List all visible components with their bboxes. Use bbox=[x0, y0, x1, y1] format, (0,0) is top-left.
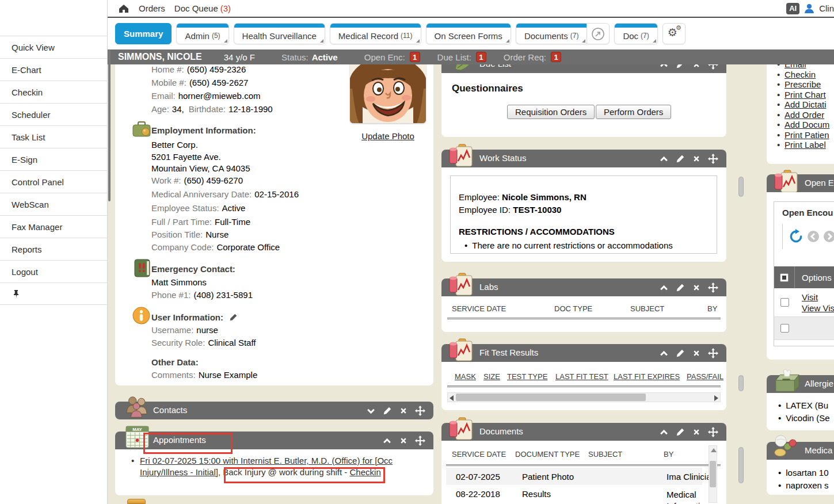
sidebar-item-e-chart[interactable]: E-Chart bbox=[0, 58, 107, 81]
fit-col-mask[interactable]: MASK bbox=[455, 372, 476, 381]
sidebar-item-scheduler[interactable]: Scheduler bbox=[0, 103, 107, 125]
collapse-chevron-up-icon[interactable] bbox=[659, 427, 669, 437]
move-panel-icon[interactable] bbox=[708, 282, 718, 293]
tab-on-screen-forms[interactable]: On Screen Forms bbox=[426, 23, 511, 44]
view-visit-link[interactable]: View Vis bbox=[802, 303, 834, 313]
open-enc-badge[interactable]: 1 bbox=[410, 52, 420, 62]
sidebar-item-checkin[interactable]: Checkin bbox=[0, 81, 107, 103]
current-user-name[interactable]: Clin bbox=[819, 3, 834, 13]
main-scrollbar-thumb[interactable] bbox=[108, 49, 111, 201]
close-panel-icon[interactable] bbox=[692, 64, 701, 69]
close-panel-icon[interactable] bbox=[399, 406, 408, 415]
requisition-orders-button[interactable]: Requisition Orders bbox=[507, 105, 595, 119]
update-photo-link[interactable]: Update Photo bbox=[345, 131, 431, 141]
allergy-item[interactable]: Vicodin (Se bbox=[778, 413, 830, 423]
edit-pencil-icon[interactable] bbox=[229, 313, 238, 322]
sidebar-item-quick-view[interactable]: Quick View bbox=[0, 36, 107, 58]
row-checkbox[interactable] bbox=[780, 324, 789, 333]
quick-link-print-label[interactable]: Print Label bbox=[785, 140, 826, 150]
scroll-right-arrow-icon[interactable] bbox=[714, 395, 718, 401]
fit-col-test-type[interactable]: TEST TYPE bbox=[507, 372, 547, 381]
tab-medical-record[interactable]: Medical Record(11) bbox=[330, 23, 421, 44]
scrollbar-thumb[interactable] bbox=[710, 461, 716, 487]
edit-panel-icon[interactable] bbox=[676, 427, 685, 437]
sidebar-item-reports[interactable]: Reports bbox=[0, 238, 107, 260]
quick-link-add-document[interactable]: Add Docum bbox=[785, 120, 829, 129]
collapse-chevron-up-icon[interactable] bbox=[659, 349, 669, 358]
fit-col-size[interactable]: SIZE bbox=[483, 372, 500, 381]
collapse-chevron-up-icon[interactable] bbox=[382, 436, 392, 446]
edit-panel-icon[interactable] bbox=[676, 64, 685, 69]
order-req-badge[interactable]: 1 bbox=[551, 52, 561, 62]
quick-link-checkin[interactable]: Checkin bbox=[785, 70, 816, 79]
breadcrumb-doc-queue[interactable]: Doc Queue(3) bbox=[174, 3, 231, 13]
scrollbar-thumb[interactable] bbox=[456, 394, 646, 401]
sidebar-item-fax-manager[interactable]: Fax Manager bbox=[0, 215, 107, 238]
sidebar-item-logout[interactable]: Logout bbox=[0, 260, 107, 282]
close-panel-icon[interactable] bbox=[692, 427, 701, 437]
next-page-icon[interactable] bbox=[823, 230, 834, 243]
scroll-up-arrow-icon[interactable] bbox=[711, 448, 717, 452]
prev-page-icon[interactable] bbox=[807, 230, 820, 243]
close-panel-icon[interactable] bbox=[692, 154, 701, 163]
quick-link-add-order[interactable]: Add Order bbox=[785, 110, 824, 120]
scroll-left-arrow-icon[interactable] bbox=[450, 395, 454, 401]
sidebar-item-webscan[interactable]: WebScan bbox=[0, 193, 107, 215]
edit-panel-icon[interactable] bbox=[676, 154, 685, 163]
quick-link-add-dictation[interactable]: Add Dictati bbox=[785, 100, 827, 109]
appointment-checkin-link[interactable]: Checkin bbox=[350, 467, 381, 477]
tab-documents-label: Documents bbox=[524, 31, 568, 41]
tab-admin[interactable]: Admin(5) bbox=[176, 23, 229, 44]
medication-item[interactable]: naproxen s bbox=[778, 480, 828, 490]
quick-link-print-chart[interactable]: Print Chart bbox=[785, 90, 826, 100]
home-icon[interactable] bbox=[118, 3, 130, 14]
popout-button[interactable] bbox=[587, 23, 610, 44]
move-panel-icon[interactable] bbox=[415, 436, 425, 446]
collapse-chevron-up-icon[interactable] bbox=[659, 154, 669, 164]
tab-settings-button[interactable] bbox=[662, 23, 686, 44]
ai-badge[interactable]: AI bbox=[786, 3, 799, 14]
move-panel-icon[interactable] bbox=[708, 427, 718, 437]
fit-col-last-fit-test[interactable]: LAST FIT TEST bbox=[555, 372, 608, 381]
collapse-chevron-up-icon[interactable] bbox=[659, 283, 669, 293]
close-panel-icon[interactable] bbox=[399, 436, 408, 445]
tab-health-surveillance[interactable]: Health Surveillance bbox=[234, 23, 325, 44]
move-panel-icon[interactable] bbox=[708, 348, 718, 358]
quick-link-prescribe[interactable]: Prescribe bbox=[785, 79, 821, 89]
expand-chevron-down-icon[interactable] bbox=[366, 406, 376, 416]
quick-link-email[interactable]: Email bbox=[785, 64, 806, 69]
sidebar-pin-toggle[interactable] bbox=[0, 282, 107, 305]
fit-test-horizontal-scrollbar[interactable] bbox=[447, 392, 721, 402]
visit-link[interactable]: Visit bbox=[802, 292, 818, 302]
quick-link-print-patient[interactable]: Print Patien bbox=[785, 130, 829, 140]
tab-doc[interactable]: Doc(7) bbox=[614, 23, 657, 44]
medication-item[interactable]: losartan 10 bbox=[778, 468, 828, 478]
close-panel-icon[interactable] bbox=[692, 349, 701, 358]
move-panel-icon[interactable] bbox=[415, 406, 425, 416]
allergy-item[interactable]: LATEX (Bu bbox=[778, 400, 828, 410]
sidebar-item-task-list[interactable]: Task List bbox=[0, 125, 107, 148]
perform-orders-button[interactable]: Perform Orders bbox=[596, 105, 671, 119]
collapse-chevron-up-icon[interactable] bbox=[659, 64, 669, 70]
tab-documents[interactable]: Documents(7) bbox=[516, 23, 587, 44]
move-panel-icon[interactable] bbox=[708, 154, 718, 164]
move-panel-icon[interactable] bbox=[708, 64, 718, 70]
row-checkbox[interactable] bbox=[780, 298, 789, 307]
due-list-badge[interactable]: 1 bbox=[476, 52, 486, 62]
tab-summary[interactable]: Summary bbox=[115, 23, 172, 44]
panel-scroll-capsule[interactable] bbox=[738, 177, 744, 197]
sidebar-item-control-panel[interactable]: Control Panel bbox=[0, 170, 107, 193]
fit-col-pass-fail[interactable]: PASS/FAIL bbox=[687, 372, 723, 381]
sidebar-item-e-sign[interactable]: E-Sign bbox=[0, 148, 107, 170]
panel-scroll-capsule[interactable] bbox=[738, 375, 744, 391]
fit-col-last-fit-expires[interactable]: LAST FIT EXPIRES bbox=[614, 372, 680, 381]
breadcrumb-orders[interactable]: Orders bbox=[139, 3, 165, 13]
edit-panel-icon[interactable] bbox=[676, 283, 685, 292]
edit-panel-icon[interactable] bbox=[676, 349, 685, 358]
close-panel-icon[interactable] bbox=[692, 283, 701, 292]
documents-vertical-scrollbar[interactable] bbox=[709, 445, 717, 503]
select-all-checkbox[interactable] bbox=[780, 273, 789, 282]
panel-scroll-capsule[interactable] bbox=[738, 447, 744, 483]
edit-panel-icon[interactable] bbox=[383, 406, 392, 415]
refresh-icon[interactable] bbox=[789, 229, 803, 244]
